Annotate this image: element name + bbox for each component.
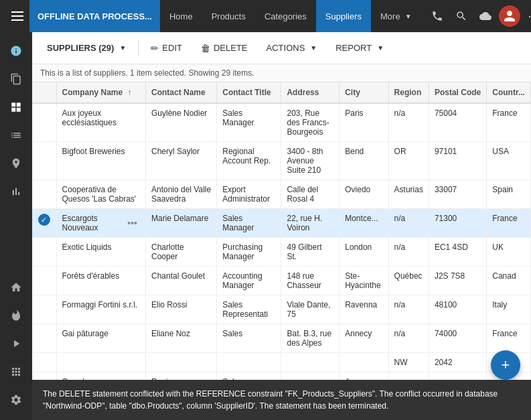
row-company: Forêts d'érables [56,267,145,295]
cloud-icon-button[interactable] [475,5,496,27]
actions-chevron-icon: ▼ [310,44,317,52]
main-content: SUPPLIERS (29) ▼ ✏ EDIT 🗑 DELETE ACTIONS… [32,32,531,420]
row-contact: Cheryl Saylor [145,142,216,180]
error-toast: The DELETE statement conflicted with the… [32,380,531,420]
more-options-icon-button[interactable]: ⋯ [523,5,531,27]
hamburger-button[interactable] [5,0,29,32]
report-button[interactable]: REPORT ▼ [329,40,390,56]
table-row[interactable]: Bigfoot BreweriesCheryl SaylorRegional A… [32,142,531,180]
row-check-cell [32,103,56,142]
toolbar-divider-1 [138,40,139,56]
row-postal: J2S 7S8 [429,267,486,295]
nav-home[interactable]: Home [160,0,202,32]
row-check-cell [32,142,56,180]
row-address: 148 rue Chasseur [281,267,339,295]
col-address[interactable]: Address [281,82,339,103]
nav-right: ⋯ [421,0,531,32]
sidebar-item-fire[interactable] [3,302,29,329]
table-row[interactable]: Formaggi Fortini s.r.l.Elio RossiSales R… [32,295,531,324]
sidebar-item-list[interactable] [3,122,29,149]
nav-more[interactable]: More ▼ [371,0,421,32]
nav-products[interactable]: Products [202,0,255,32]
row-region: n/a [388,324,429,353]
sidebar-item-home[interactable] [3,274,29,301]
table-row[interactable]: ✓Escargots Nouveaux•••Marie DelamareSale… [32,209,531,238]
row-company: Bigfoot Breweries [56,142,145,180]
sidebar-item-location[interactable] [3,150,29,177]
col-city[interactable]: City [339,82,388,103]
row-company: Escargots Nouveaux••• [56,209,145,238]
row-region: n/a [388,209,429,238]
sidebar-item-settings[interactable] [3,387,29,413]
table-row[interactable]: Cooperativa de Quesos 'Las Cabras'Antoni… [32,180,531,209]
sidebar [0,32,32,420]
row-address: 49 Gilbert St. [281,238,339,267]
toolbar: SUPPLIERS (29) ▼ ✏ EDIT 🗑 DELETE ACTIONS… [32,32,531,64]
sidebar-item-play[interactable] [3,330,29,357]
sidebar-item-chart[interactable] [3,178,29,205]
row-contact-title: Purchasing Manager [217,238,281,267]
col-company-name[interactable]: Company Name ↑ [56,82,145,103]
table-row[interactable]: Forêts d'érablesChantal GouletAccounting… [32,267,531,295]
sort-icon: ↑ [128,88,132,97]
row-address: Calle del Rosal 4 [281,180,339,209]
row-address: Bat. B.3, rue des Alpes [281,324,339,353]
suppliers-button[interactable]: SUPPLIERS (29) ▼ [40,40,133,56]
row-city: Ste-Hyacinthe [339,267,388,295]
table-row[interactable]: Aux joyeux ecclésiastiquesGuylène Nodier… [32,103,531,142]
col-check [32,82,56,103]
row-contact-title: Accounting Manager [217,267,281,295]
row-company: Exotic Liquids [56,238,145,267]
row-ellipsis-button[interactable]: ••• [125,216,140,230]
row-contact-title: Sales Manager [217,209,281,238]
row-contact: Antonio del Valle Saavedra [145,180,216,209]
row-city: Montce... [339,209,388,238]
row-country: Spain [487,180,531,209]
col-postal-code[interactable]: Postal Code [429,82,486,103]
sidebar-item-apps[interactable] [3,358,29,385]
table-row[interactable]: Exotic LiquidsCharlotte CooperPurchasing… [32,238,531,267]
row-company: Formaggi Fortini s.r.l. [56,295,145,324]
row-contact: Charlotte Cooper [145,238,216,267]
col-contact-name[interactable]: Contact Name [145,82,216,103]
row-contact-title: Sales [217,324,281,353]
row-address: 203, Rue des Francs-Bourgeois [281,103,339,142]
table-row[interactable]: Gai pâturageEliane NozSalesBat. B.3, rue… [32,324,531,353]
edit-button[interactable]: ✏ EDIT [144,40,189,57]
row-check-cell [32,238,56,267]
nav-suppliers[interactable]: Suppliers [316,0,371,32]
row-check-cell [32,353,56,372]
delete-button[interactable]: 🗑 DELETE [194,40,254,57]
sidebar-item-copy[interactable] [3,66,29,92]
row-address: Viale Dante, 75 [281,295,339,324]
checkmark-icon: ✓ [38,214,50,226]
table-header-row: Company Name ↑ Contact Name Contact Titl… [32,82,531,103]
actions-button[interactable]: ACTIONS ▼ [260,40,324,56]
edit-icon: ✏ [151,43,159,54]
error-message: The DELETE statement conflicted with the… [43,389,498,411]
row-company: Aux joyeux ecclésiastiques [56,103,145,142]
sidebar-item-info[interactable] [3,38,29,64]
row-country: France [487,209,531,238]
delete-icon: 🗑 [201,43,210,54]
row-city: London [339,238,388,267]
row-postal: 33007 [429,180,486,209]
table-row[interactable]: NW2042..tra [32,353,531,372]
top-nav: OFFLINE DATA PROCESS... Home Products Ca… [0,0,531,32]
col-contact-title[interactable]: Contact Title [217,82,281,103]
row-company: Gai pâturage [56,324,145,353]
row-contact: Eliane Noz [145,324,216,353]
hamburger-icon [11,11,23,21]
row-country: Italy [487,295,531,324]
sidebar-item-grid[interactable] [3,94,29,121]
search-icon-button[interactable] [451,5,472,27]
col-region[interactable]: Region [388,82,429,103]
row-region: OR [388,142,429,180]
avatar[interactable] [499,5,520,27]
col-country[interactable]: Countr... [487,82,531,103]
phone-icon-button[interactable] [427,5,448,27]
row-postal: EC1 4SD [429,238,486,267]
add-fab-button[interactable]: + [491,350,520,380]
row-postal: 48100 [429,295,486,324]
nav-categories[interactable]: Categories [255,0,316,32]
